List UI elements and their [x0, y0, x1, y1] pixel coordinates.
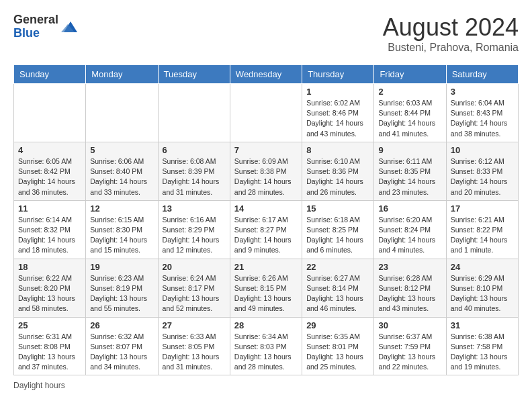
day-info: Sunrise: 6:27 AMSunset: 8:14 PMDaylight:… [306, 273, 369, 314]
day-number: 15 [306, 203, 369, 214]
subtitle: Busteni, Prahova, Romania [383, 42, 519, 54]
week-row-2: 4Sunrise: 6:05 AMSunset: 8:42 PMDaylight… [14, 142, 519, 200]
day-number: 25 [18, 320, 81, 330]
day-info: Sunrise: 6:02 AMSunset: 8:46 PMDaylight:… [306, 98, 369, 139]
calendar-cell: 7Sunrise: 6:09 AMSunset: 8:38 PMDaylight… [230, 142, 302, 200]
calendar-cell: 31Sunrise: 6:38 AMSunset: 7:58 PMDayligh… [446, 317, 518, 375]
week-row-1: 1Sunrise: 6:02 AMSunset: 8:46 PMDaylight… [14, 84, 519, 142]
calendar-cell: 13Sunrise: 6:16 AMSunset: 8:29 PMDayligh… [158, 200, 230, 259]
day-info: Sunrise: 6:05 AMSunset: 8:42 PMDaylight:… [18, 156, 81, 197]
calendar-cell [14, 84, 86, 142]
calendar-cell: 12Sunrise: 6:15 AMSunset: 8:30 PMDayligh… [86, 200, 158, 259]
calendar-cell: 2Sunrise: 6:03 AMSunset: 8:44 PMDaylight… [374, 84, 446, 142]
day-info: Sunrise: 6:09 AMSunset: 8:38 PMDaylight:… [234, 156, 298, 197]
col-header-monday: Monday [86, 65, 158, 84]
calendar-cell: 10Sunrise: 6:12 AMSunset: 8:33 PMDayligh… [446, 142, 518, 200]
day-info: Sunrise: 6:21 AMSunset: 8:22 PMDaylight:… [451, 215, 514, 256]
calendar-cell: 14Sunrise: 6:17 AMSunset: 8:27 PMDayligh… [230, 200, 302, 259]
calendar-cell: 21Sunrise: 6:26 AMSunset: 8:15 PMDayligh… [230, 259, 302, 317]
day-number: 2 [378, 87, 441, 97]
day-info: Sunrise: 6:08 AMSunset: 8:39 PMDaylight:… [163, 156, 226, 197]
day-number: 17 [451, 203, 514, 214]
day-number: 8 [306, 145, 369, 155]
day-number: 14 [234, 203, 298, 214]
logo-text: General Blue [13, 13, 58, 40]
day-info: Sunrise: 6:06 AMSunset: 8:40 PMDaylight:… [90, 156, 153, 197]
day-info: Sunrise: 6:17 AMSunset: 8:27 PMDaylight:… [234, 215, 298, 256]
calendar-cell: 9Sunrise: 6:11 AMSunset: 8:35 PMDaylight… [374, 142, 446, 200]
day-info: Sunrise: 6:15 AMSunset: 8:30 PMDaylight:… [90, 215, 153, 256]
calendar-cell: 5Sunrise: 6:06 AMSunset: 8:40 PMDaylight… [86, 142, 158, 200]
day-number: 19 [90, 262, 153, 272]
header: General Blue August 2024 Busteni, Prahov… [13, 13, 519, 54]
calendar-cell: 26Sunrise: 6:32 AMSunset: 8:07 PMDayligh… [86, 317, 158, 375]
day-info: Sunrise: 6:23 AMSunset: 8:19 PMDaylight:… [90, 273, 153, 314]
calendar-cell [158, 84, 230, 142]
logo-area: General Blue [13, 13, 77, 40]
day-number: 12 [90, 203, 153, 214]
logo-general: General [13, 13, 58, 27]
day-number: 30 [378, 320, 441, 330]
calendar-cell: 22Sunrise: 6:27 AMSunset: 8:14 PMDayligh… [302, 259, 374, 317]
calendar-cell: 11Sunrise: 6:14 AMSunset: 8:32 PMDayligh… [14, 200, 86, 259]
calendar-cell: 25Sunrise: 6:31 AMSunset: 8:08 PMDayligh… [14, 317, 86, 375]
calendar-cell: 6Sunrise: 6:08 AMSunset: 8:39 PMDaylight… [158, 142, 230, 200]
main-title: August 2024 [383, 13, 519, 42]
calendar-cell: 4Sunrise: 6:05 AMSunset: 8:42 PMDaylight… [14, 142, 86, 200]
day-info: Sunrise: 6:11 AMSunset: 8:35 PMDaylight:… [378, 156, 441, 197]
day-info: Sunrise: 6:38 AMSunset: 7:58 PMDaylight:… [451, 332, 514, 373]
calendar-cell: 16Sunrise: 6:20 AMSunset: 8:24 PMDayligh… [374, 200, 446, 259]
week-row-3: 11Sunrise: 6:14 AMSunset: 8:32 PMDayligh… [14, 200, 519, 259]
week-row-5: 25Sunrise: 6:31 AMSunset: 8:08 PMDayligh… [14, 317, 519, 375]
day-info: Sunrise: 6:10 AMSunset: 8:36 PMDaylight:… [306, 156, 369, 197]
calendar-cell: 19Sunrise: 6:23 AMSunset: 8:19 PMDayligh… [86, 259, 158, 317]
day-number: 28 [234, 320, 298, 330]
calendar-cell: 15Sunrise: 6:18 AMSunset: 8:25 PMDayligh… [302, 200, 374, 259]
col-header-friday: Friday [374, 65, 446, 84]
day-number: 7 [234, 145, 298, 155]
day-info: Sunrise: 6:14 AMSunset: 8:32 PMDaylight:… [18, 215, 81, 256]
calendar-cell: 28Sunrise: 6:34 AMSunset: 8:03 PMDayligh… [230, 317, 302, 375]
day-number: 6 [163, 145, 226, 155]
day-info: Sunrise: 6:22 AMSunset: 8:20 PMDaylight:… [18, 273, 81, 314]
logo-blue: Blue [13, 27, 58, 40]
day-number: 31 [451, 320, 514, 330]
day-number: 27 [163, 320, 226, 330]
col-header-sunday: Sunday [14, 65, 86, 84]
day-info: Sunrise: 6:37 AMSunset: 7:59 PMDaylight:… [378, 332, 441, 373]
day-info: Sunrise: 6:20 AMSunset: 8:24 PMDaylight:… [378, 215, 441, 256]
day-info: Sunrise: 6:31 AMSunset: 8:08 PMDaylight:… [18, 332, 81, 373]
col-header-thursday: Thursday [302, 65, 374, 84]
week-row-4: 18Sunrise: 6:22 AMSunset: 8:20 PMDayligh… [14, 259, 519, 317]
day-number: 29 [306, 320, 369, 330]
day-info: Sunrise: 6:26 AMSunset: 8:15 PMDaylight:… [234, 273, 298, 314]
day-number: 9 [378, 145, 441, 155]
day-info: Sunrise: 6:03 AMSunset: 8:44 PMDaylight:… [378, 98, 441, 139]
day-number: 5 [90, 145, 153, 155]
day-info: Sunrise: 6:16 AMSunset: 8:29 PMDaylight:… [163, 215, 226, 256]
calendar-cell: 8Sunrise: 6:10 AMSunset: 8:36 PMDaylight… [302, 142, 374, 200]
calendar-cell: 17Sunrise: 6:21 AMSunset: 8:22 PMDayligh… [446, 200, 518, 259]
calendar-cell: 23Sunrise: 6:28 AMSunset: 8:12 PMDayligh… [374, 259, 446, 317]
day-number: 11 [18, 203, 81, 214]
day-info: Sunrise: 6:18 AMSunset: 8:25 PMDaylight:… [306, 215, 369, 256]
calendar-cell: 27Sunrise: 6:33 AMSunset: 8:05 PMDayligh… [158, 317, 230, 375]
calendar-cell: 3Sunrise: 6:04 AMSunset: 8:43 PMDaylight… [446, 84, 518, 142]
calendar-cell: 29Sunrise: 6:35 AMSunset: 8:01 PMDayligh… [302, 317, 374, 375]
day-number: 24 [451, 262, 514, 272]
calendar-cell: 18Sunrise: 6:22 AMSunset: 8:20 PMDayligh… [14, 259, 86, 317]
day-info: Sunrise: 6:28 AMSunset: 8:12 PMDaylight:… [378, 273, 441, 314]
day-number: 10 [451, 145, 514, 155]
day-info: Sunrise: 6:29 AMSunset: 8:10 PMDaylight:… [451, 273, 514, 314]
calendar-cell: 24Sunrise: 6:29 AMSunset: 8:10 PMDayligh… [446, 259, 518, 317]
day-info: Sunrise: 6:33 AMSunset: 8:05 PMDaylight:… [163, 332, 226, 373]
calendar-cell: 20Sunrise: 6:24 AMSunset: 8:17 PMDayligh… [158, 259, 230, 317]
calendar-cell: 30Sunrise: 6:37 AMSunset: 7:59 PMDayligh… [374, 317, 446, 375]
col-header-tuesday: Tuesday [158, 65, 230, 84]
day-info: Sunrise: 6:35 AMSunset: 8:01 PMDaylight:… [306, 332, 369, 373]
day-number: 20 [163, 262, 226, 272]
day-info: Sunrise: 6:04 AMSunset: 8:43 PMDaylight:… [451, 98, 514, 139]
day-number: 16 [378, 203, 441, 214]
day-info: Sunrise: 6:34 AMSunset: 8:03 PMDaylight:… [234, 332, 298, 373]
title-area: August 2024 Busteni, Prahova, Romania [383, 13, 519, 54]
